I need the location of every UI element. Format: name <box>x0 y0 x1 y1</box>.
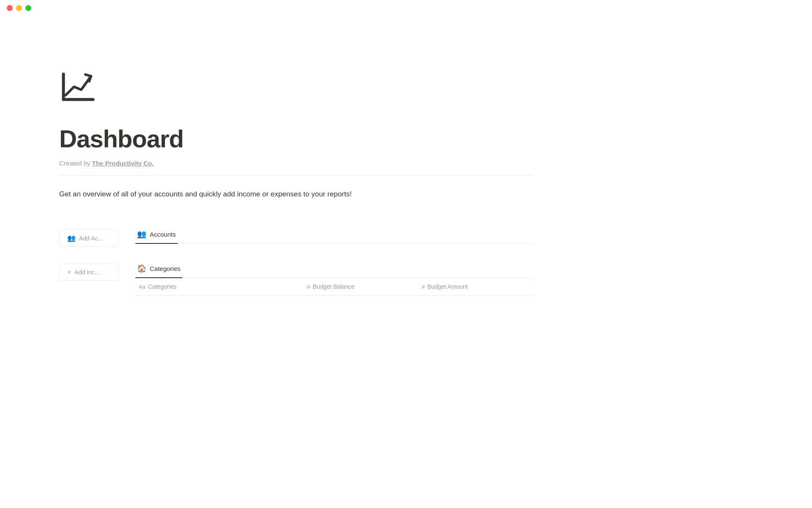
col-budget-balance-label: Budget Balance <box>313 283 355 290</box>
categories-tab-bar: 🏠 Categories <box>135 260 533 278</box>
col-budget-amount-type-icon: # <box>422 284 425 290</box>
col-budget-amount-label: Budget Amount <box>427 283 468 290</box>
accounts-section-wrapper: 👥 Add Ac... 👥 Accounts <box>59 225 533 247</box>
accounts-database: 👥 Accounts <box>135 225 533 244</box>
accounts-tab-icon: 👥 <box>137 229 146 239</box>
people-icon-small: 👥 <box>67 234 76 242</box>
page-title: Dashboard <box>59 124 533 153</box>
section-divider <box>59 175 533 176</box>
chart-icon <box>59 68 97 106</box>
categories-tab[interactable]: 🏠 Categories <box>135 260 182 278</box>
titlebar <box>0 0 812 16</box>
categories-database: 🏠 Categories Aa Categories # Budget Bala… <box>135 260 533 295</box>
add-income-label: Add Inc... <box>74 269 99 276</box>
col-budget-balance-type-icon: # <box>307 284 310 290</box>
accounts-tab[interactable]: 👥 Accounts <box>135 225 178 244</box>
creator-name[interactable]: The Productivity Co. <box>92 160 154 167</box>
accounts-tab-bar: 👥 Accounts <box>135 225 533 244</box>
page-icon <box>59 68 533 108</box>
home-icon: 🏠 <box>137 264 146 273</box>
col-budget-amount: # Budget Amount <box>418 282 533 292</box>
categories-column-headers: Aa Categories # Budget Balance # Budget … <box>135 278 533 295</box>
close-button[interactable] <box>7 5 13 11</box>
creator-line: Created by The Productivity Co. <box>59 160 533 167</box>
col-categories: Aa Categories <box>135 282 304 292</box>
categories-tab-label: Categories <box>150 265 181 272</box>
add-accounts-label: Add Ac... <box>79 235 103 242</box>
sections-container: 👥 Add Ac... 👥 Accounts + Add Inc... <box>59 225 533 308</box>
col-budget-balance: # Budget Balance <box>304 282 418 292</box>
minimize-button[interactable] <box>16 5 22 11</box>
creator-prefix: Created by <box>59 160 92 167</box>
maximize-button[interactable] <box>25 5 31 11</box>
add-accounts-button[interactable]: 👥 Add Ac... <box>59 229 118 247</box>
col-categories-type-icon: Aa <box>139 284 145 290</box>
categories-section-wrapper: + Add Inc... 🏠 Categories Aa Categories <box>59 260 533 295</box>
page-description: Get an overview of all of your accounts … <box>59 188 533 200</box>
plus-icon: + <box>67 268 71 276</box>
main-content: Dashboard Created by The Productivity Co… <box>0 0 592 334</box>
add-income-button[interactable]: + Add Inc... <box>59 264 118 281</box>
accounts-tab-label: Accounts <box>150 231 176 238</box>
col-categories-label: Categories <box>148 283 177 290</box>
